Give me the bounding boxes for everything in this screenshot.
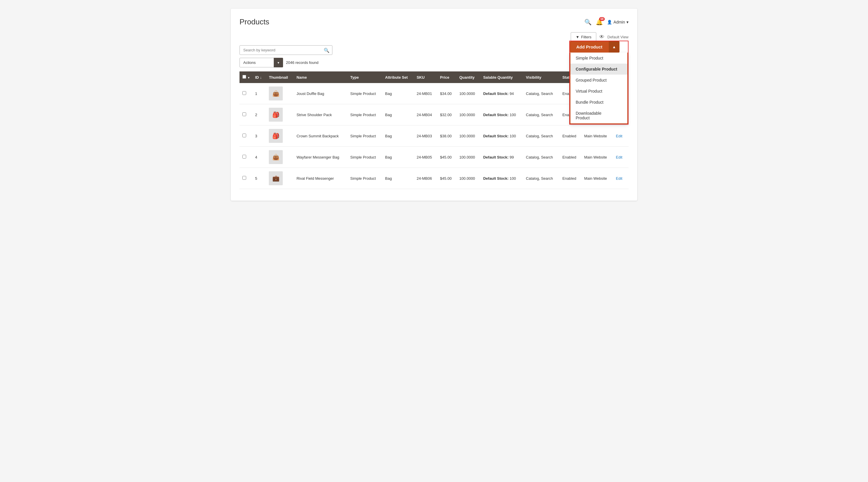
row-edit-button[interactable]: Edit [616, 176, 622, 181]
row-checkbox[interactable] [242, 91, 246, 95]
table-header-thumbnail: Thumbnail [266, 71, 293, 83]
product-thumbnail-image: 💼 [269, 171, 283, 185]
row-thumbnail: 💼 [266, 168, 293, 189]
table-header-name[interactable]: Name [293, 71, 347, 83]
table-header-checkbox-col: ▾ [240, 71, 252, 83]
table-header-sku[interactable]: SKU [414, 71, 437, 83]
row-thumbnail: 🎒 [266, 125, 293, 147]
table-header-quantity[interactable]: Quantity [456, 71, 480, 83]
notification-button[interactable]: 🔔 68 [596, 19, 603, 26]
row-id: 5 [252, 168, 266, 189]
row-attribute-set: Bag [382, 147, 414, 168]
row-edit-button[interactable]: Edit [616, 134, 622, 138]
actions-select[interactable]: Actions Delete Change status Update attr… [240, 58, 283, 67]
row-price: $34.00 [437, 83, 456, 104]
row-checkbox[interactable] [242, 176, 246, 180]
row-price: $32.00 [437, 104, 456, 125]
columns-visibility-button[interactable]: 👁 [599, 34, 604, 40]
row-checkbox-cell [240, 104, 252, 125]
row-price: $45.00 [437, 168, 456, 189]
row-id: 2 [252, 104, 266, 125]
row-checkbox-cell [240, 83, 252, 104]
row-sku: 24-MB05 [414, 147, 437, 168]
admin-button[interactable]: 👤 Admin ▾ [607, 20, 628, 24]
actions-left: Actions Delete Change status Update attr… [240, 58, 318, 67]
row-attribute-set: Bag [382, 104, 414, 125]
row-edit-button[interactable]: Edit [616, 155, 622, 159]
row-type: Simple Product [347, 125, 382, 147]
notification-badge: 68 [599, 17, 605, 21]
row-checkbox[interactable] [242, 112, 246, 116]
search-submit-icon[interactable]: 🔍 [324, 47, 330, 53]
page-title: Products [240, 18, 270, 26]
row-websites: Main Website [581, 147, 613, 168]
select-all-checkbox[interactable] [242, 75, 246, 79]
row-type: Simple Product [347, 168, 382, 189]
row-visibility: Catalog, Search [523, 125, 560, 147]
row-websites: Main Website [581, 125, 613, 147]
add-simple-product-item[interactable]: Simple Product [570, 53, 627, 64]
add-product-btn-row: Add Product ▲ [570, 41, 628, 53]
row-visibility: Catalog, Search [523, 147, 560, 168]
row-checkbox[interactable] [242, 133, 246, 137]
page-header: Products 🔍 🔔 68 👤 Admin ▾ [240, 18, 628, 26]
add-product-area: Add Product ▲ Simple Product Configurabl… [569, 41, 628, 125]
table-row: 5 💼 Rival Field Messenger Simple Product… [240, 168, 628, 189]
row-name: Strive Shoulder Pack [293, 104, 347, 125]
row-checkbox-cell [240, 125, 252, 147]
row-checkbox[interactable] [242, 155, 246, 158]
search-input-wrap: 🔍 [240, 45, 332, 55]
row-thumbnail: 👜 [266, 83, 293, 104]
row-visibility: Catalog, Search [523, 104, 560, 125]
row-action-cell: Edit [613, 168, 629, 189]
actions-select-wrap: Actions Delete Change status Update attr… [240, 58, 283, 67]
row-id: 3 [252, 125, 266, 147]
table-header-salable-quantity[interactable]: Salable Quantity [480, 71, 523, 83]
row-salable-quantity: Default Stock: 100 [480, 104, 523, 125]
header-actions: 🔍 🔔 68 👤 Admin ▾ [584, 19, 628, 26]
row-name: Joust Duffle Bag [293, 83, 347, 104]
row-name: Crown Summit Backpack [293, 125, 347, 147]
default-view-label: Default View [607, 35, 628, 39]
select-all-chevron-icon[interactable]: ▾ [248, 76, 249, 79]
row-salable-quantity: Default Stock: 100 [480, 125, 523, 147]
row-sku: 24-MB01 [414, 83, 437, 104]
add-configurable-product-item[interactable]: Configurable Product [570, 64, 627, 74]
row-attribute-set: Bag [382, 168, 414, 189]
header-search-button[interactable]: 🔍 [584, 19, 592, 26]
table-header-type[interactable]: Type [347, 71, 382, 83]
row-name: Wayfarer Messenger Bag [293, 147, 347, 168]
search-input[interactable] [240, 45, 332, 55]
table-header-id[interactable]: ID ↓ [252, 71, 266, 83]
table-header-attribute-set[interactable]: Attribute Set [382, 71, 414, 83]
row-price: $45.00 [437, 147, 456, 168]
row-quantity: 100.0000 [456, 147, 480, 168]
row-quantity: 100.0000 [456, 125, 480, 147]
row-visibility: Catalog, Search [523, 168, 560, 189]
filters-label: Filters [581, 35, 591, 39]
add-product-toggle-button[interactable]: ▲ [609, 41, 620, 53]
row-checkbox-cell [240, 147, 252, 168]
row-type: Simple Product [347, 147, 382, 168]
row-salable-quantity: Default Stock: 100 [480, 168, 523, 189]
add-virtual-product-item[interactable]: Virtual Product [570, 86, 627, 97]
table-row: 3 🎒 Crown Summit Backpack Simple Product… [240, 125, 628, 147]
row-sku: 24-MB06 [414, 168, 437, 189]
add-bundle-product-item[interactable]: Bundle Product [570, 97, 627, 108]
row-sku: 24-MB04 [414, 104, 437, 125]
row-id: 1 [252, 83, 266, 104]
product-thumbnail-image: 👜 [269, 87, 283, 100]
table-header-price[interactable]: Price [437, 71, 456, 83]
row-type: Simple Product [347, 104, 382, 125]
add-product-main-button[interactable]: Add Product [570, 41, 609, 53]
add-grouped-product-item[interactable]: Grouped Product [570, 74, 627, 86]
add-downloadable-product-item[interactable]: DownloadableProduct [570, 108, 627, 123]
table-header-visibility[interactable]: Visibility [523, 71, 560, 83]
row-websites: Main Website [581, 168, 613, 189]
row-price: $38.00 [437, 125, 456, 147]
row-sku: 24-MB03 [414, 125, 437, 147]
records-found: 2046 records found [286, 60, 318, 65]
row-salable-quantity: Default Stock: 94 [480, 83, 523, 104]
row-status: Enabled [559, 147, 581, 168]
add-product-dropdown-wrapper: Add Product ▲ Simple Product Configurabl… [569, 41, 628, 125]
